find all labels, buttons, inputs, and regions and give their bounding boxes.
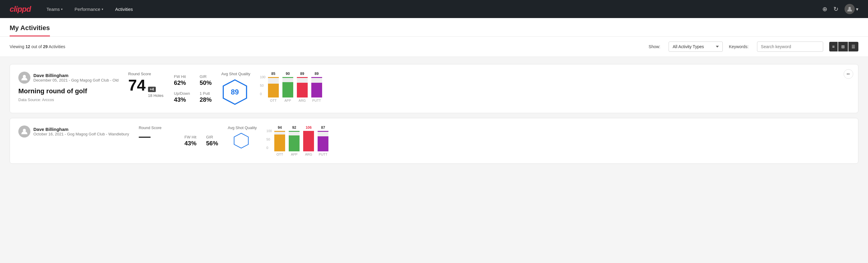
edit-button[interactable]: ✏ [844,69,853,79]
bar-col-arg: 89 ARG [297,71,308,102]
svg-point-0 [848,7,851,9]
bar-bg-arg [303,131,314,151]
navbar: clippd Teams ▾ Performance ▾ Activities … [0,0,868,18]
bar-col-putt: 89 PUTT [311,71,322,102]
gir-stat: GIR 56% [206,135,218,147]
bar-top-line-app [282,77,293,78]
chevron-down-icon: ▾ [856,6,858,12]
activity-card: Dave Billingham October 16, 2021 - Gog M… [10,118,858,164]
avg-shot-section: Avg Shot Quality 89 [221,71,251,106]
user-name: Dave Billingham [33,127,129,132]
user-info: Dave Billingham October 16, 2021 - Gog M… [33,127,129,136]
bar-col-arg: 106 ARG [303,125,314,156]
activity-type-select[interactable]: All Activity Types [669,41,723,52]
fw-gir-section: FW Hit 62% Up/Down 43% GIR 50% 1 Putt 28… [174,74,212,103]
bar-label-ott: OTT [270,99,277,102]
bar-fill-ott [274,135,285,151]
avatar [844,4,855,14]
bars-container: 85 OTT 90 APP [268,71,322,102]
viewing-suffix: Activities [49,44,65,49]
nav-performance[interactable]: Performance ▾ [73,7,104,12]
grid-view-button[interactable]: ⊞ [838,42,848,52]
activities-list: ✏ Dave Billingham December 05, 2021 - Go… [0,57,868,171]
list-detail-view-button[interactable]: ☰ [848,42,858,52]
bar-label-putt: PUTT [319,152,328,156]
bar-value-putt: 87 [321,125,325,130]
nav-activities-label: Activities [115,7,133,12]
add-icon[interactable]: ⊕ [822,5,828,12]
page-header: My Activities [0,18,868,37]
y-tick-50: 50 [260,84,265,87]
chevron-down-icon: ▾ [61,7,63,11]
bar-chart: 100 50 0 85 OTT 90 [260,71,322,102]
round-score-section: Round Score [138,125,175,143]
gir-value: 50% [200,80,212,86]
bar-bg-app [289,131,300,151]
bar-col-ott: 94 OTT [274,125,285,156]
card-left: Dave Billingham December 05, 2021 - Gog … [18,71,119,102]
viewing-text: Viewing 12 out of 29 Activities [10,44,65,49]
activity-title: Morning round of golf [18,87,119,95]
bar-col-ott: 85 OTT [268,71,279,102]
data-source: Data Source: Arccos [18,97,119,102]
search-input[interactable] [757,41,823,52]
round-score-section: Round Score 74 +4 18 Holes [128,71,164,98]
hex-icon [228,133,255,149]
bar-bg-app [282,77,293,97]
logo: clippd [10,4,31,14]
bar-label-putt: PUTT [312,99,321,102]
y-axis: 100 50 0 [267,129,272,156]
bar-bg-arg [297,77,308,97]
bar-label-app: APP [291,152,298,156]
user-row: Dave Billingham December 05, 2021 - Gog … [18,71,119,84]
fw-gir-section: FW Hit 43% GIR 56% [184,135,218,147]
nav-teams[interactable]: Teams ▾ [45,7,64,12]
hex-display [228,133,255,149]
bar-value-app: 92 [292,125,296,130]
score-value: 74 [128,77,146,93]
fw-hit-value: 43% [184,140,196,147]
y-tick-0: 0 [267,146,272,150]
user-date: October 16, 2021 - Gog Magog Golf Club -… [33,132,129,136]
bar-label-ott: OTT [276,152,283,156]
viewing-count: 12 [26,44,30,49]
up-down-label: Up/Down [174,91,190,96]
bar-fill-ott [268,84,279,97]
bar-bg-ott [274,131,285,151]
score-holes: 18 Holes [148,93,163,98]
round-score-label: Round Score [128,71,164,76]
activity-card: ✏ Dave Billingham December 05, 2021 - Go… [10,64,858,113]
refresh-icon[interactable]: ↻ [833,5,839,12]
bar-fill-arg [297,83,308,97]
page-title: My Activities [10,24,50,36]
show-label: Show: [649,44,660,49]
bar-top-line-app [289,131,300,132]
bar-top-line-ott [268,77,279,78]
user-menu-button[interactable]: ▾ [844,4,858,14]
bar-bg-putt [318,131,329,151]
up-down-stat: Up/Down 43% [174,91,190,103]
user-info: Dave Billingham December 05, 2021 - Gog … [33,73,119,83]
nav-activities[interactable]: Activities [114,7,134,12]
bar-fill-app [289,136,300,151]
bar-value-arg: 106 [306,125,312,130]
nav-teams-label: Teams [46,7,60,12]
hex-display: 89 [221,79,248,106]
list-compact-view-button[interactable]: ≡ [829,42,838,52]
bar-fill-app [282,82,293,97]
up-down-value: 43% [174,96,190,103]
avg-shot-label: Avg Shot Quality [221,71,251,76]
fw-hit-stat: FW Hit 43% [184,135,196,147]
score-diff: +4 [148,87,156,92]
nav-right: ⊕ ↻ ▾ [822,4,858,14]
view-toggle: ≡ ⊞ ☰ [829,42,858,52]
fw-hit-label: FW Hit [174,74,190,79]
bar-value-ott: 85 [271,71,275,76]
fw-hit-stat: FW Hit 62% [174,74,190,86]
round-score-row: 74 +4 18 Holes [128,77,164,98]
avatar [18,125,30,138]
keywords-label: Keywords: [729,44,748,49]
fw-hit-value: 62% [174,80,190,86]
user-date: December 05, 2021 - Gog Magog Golf Club … [33,78,119,83]
avg-shot-label: Avg Shot Quality [228,125,257,130]
